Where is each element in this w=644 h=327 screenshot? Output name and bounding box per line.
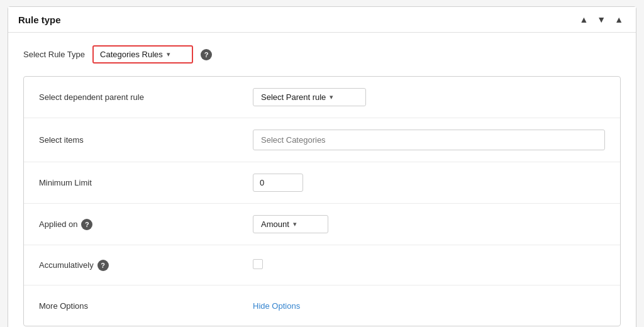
parent-rule-dropdown[interactable]: Select Parent rule ▾ — [253, 88, 366, 106]
applied-on-chevron-icon: ▾ — [293, 220, 297, 228]
form-row-parent-rule: Select dependent parent rule Select Pare… — [24, 77, 620, 118]
applied-on-dropdown[interactable]: Amount ▾ — [253, 215, 328, 233]
accumulatively-label: Accumulatively ? — [39, 260, 253, 271]
select-items-control — [253, 130, 605, 150]
rule-type-help-icon[interactable]: ? — [201, 49, 212, 60]
accumulatively-checkbox[interactable] — [253, 259, 263, 269]
header-actions: ▲ ▼ ▲ — [577, 13, 626, 26]
form-row-select-items: Select items — [24, 118, 620, 162]
more-options-label: More Options — [39, 301, 253, 311]
card-body: Select Rule Type Categories Rules ▾ ? Se… — [8, 33, 636, 327]
applied-on-help-icon[interactable]: ? — [81, 219, 92, 230]
form-row-accumulatively: Accumulatively ? — [24, 245, 620, 285]
card-header: Rule type ▲ ▼ ▲ — [8, 7, 636, 33]
categories-input[interactable] — [253, 130, 605, 150]
card-title: Rule type — [18, 14, 61, 25]
rule-type-row: Select Rule Type Categories Rules ▾ ? — [23, 45, 621, 64]
more-options-control: Hide Options — [253, 300, 605, 311]
applied-on-dropdown-value: Amount — [261, 219, 289, 229]
minimum-limit-input[interactable] — [253, 174, 303, 192]
accumulatively-control — [253, 259, 605, 272]
applied-on-control: Amount ▾ — [253, 215, 605, 233]
form-row-applied-on: Applied on ? Amount ▾ — [24, 204, 620, 245]
hide-options-link[interactable]: Hide Options — [253, 301, 300, 311]
minimum-limit-control — [253, 174, 605, 192]
parent-rule-dropdown-value: Select Parent rule — [261, 92, 326, 102]
rule-type-chevron-icon: ▾ — [167, 50, 170, 58]
rule-type-dropdown-value: Categories Rules — [100, 50, 163, 59]
form-panel: Select dependent parent rule Select Pare… — [23, 76, 621, 326]
rule-type-card: Rule type ▲ ▼ ▲ Select Rule Type Categor… — [8, 6, 636, 327]
rule-type-dropdown[interactable]: Categories Rules ▾ — [92, 45, 193, 64]
rule-type-label: Select Rule Type — [23, 50, 85, 59]
accumulatively-help-icon[interactable]: ? — [97, 260, 109, 271]
form-row-minimum-limit: Minimum Limit — [24, 162, 620, 204]
collapse-button[interactable]: ▲ — [612, 13, 626, 26]
parent-rule-label: Select dependent parent rule — [39, 92, 253, 102]
select-items-label: Select items — [39, 135, 253, 145]
scroll-down-button[interactable]: ▼ — [594, 13, 608, 26]
applied-on-label: Applied on ? — [39, 219, 253, 230]
scroll-up-button[interactable]: ▲ — [577, 13, 591, 26]
parent-rule-chevron-icon: ▾ — [330, 93, 333, 101]
parent-rule-control: Select Parent rule ▾ — [253, 88, 605, 106]
form-row-more-options: More Options Hide Options — [24, 285, 620, 326]
minimum-limit-label: Minimum Limit — [39, 178, 253, 187]
